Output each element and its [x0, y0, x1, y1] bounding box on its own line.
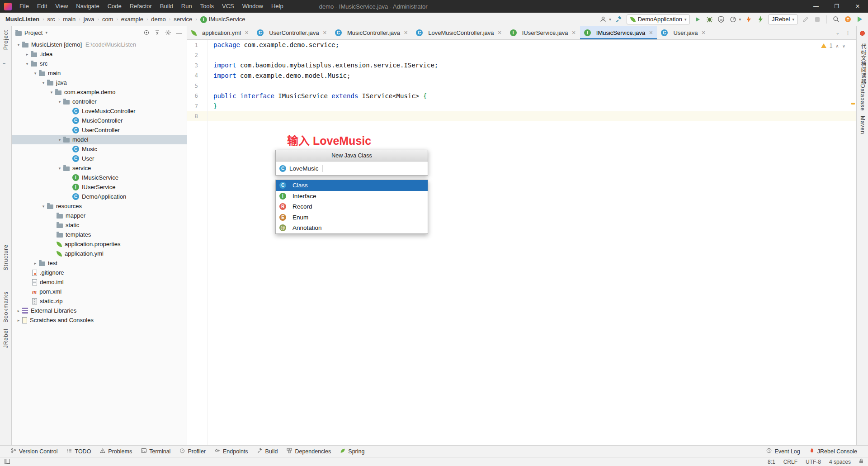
chevron-expanded-icon[interactable]: ▾ — [56, 166, 63, 171]
breadcrumb-item[interactable]: service — [173, 16, 193, 23]
prev-warning-icon[interactable]: ∧ — [835, 43, 839, 48]
tree-item[interactable]: application.yml — [12, 249, 187, 258]
write-access-lock-icon[interactable] — [859, 458, 863, 465]
tree-item[interactable]: demo.iml — [12, 277, 187, 287]
tree-item[interactable]: ▸.idea — [12, 49, 187, 59]
breadcrumb-item[interactable]: demo — [150, 16, 167, 23]
stripe-tab[interactable]: Database — [859, 84, 866, 111]
stripe-tab-project[interactable]: Project — [3, 30, 9, 50]
menu-navigate[interactable]: Navigate — [72, 0, 103, 13]
tree-item[interactable]: templates — [12, 230, 187, 239]
tree-item[interactable]: CUserController — [12, 125, 187, 135]
project-view-dropdown-icon[interactable]: ▾ — [45, 30, 47, 35]
class-kind-option-annotation[interactable]: @Annotation — [276, 223, 428, 233]
tree-item[interactable]: CMusicController — [12, 116, 187, 125]
stripe-tab[interactable]: 代码文档阅读器 — [859, 43, 867, 85]
settings-gear-icon[interactable] — [164, 29, 172, 37]
chevron-expanded-icon[interactable]: ▾ — [15, 43, 22, 47]
menu-help[interactable]: Help — [267, 0, 288, 13]
user-icon[interactable] — [599, 15, 607, 24]
tree-item[interactable]: ▾main — [12, 68, 187, 78]
warning-stripe-mark[interactable] — [851, 103, 855, 105]
editor-tab[interactable]: CUser.java✕ — [657, 26, 709, 39]
chevron-expanded-icon[interactable]: ▾ — [40, 204, 47, 209]
tree-item[interactable]: CDemoApplication — [12, 192, 187, 201]
code-line[interactable]: 6public interface IMusicService extends … — [187, 91, 856, 101]
breadcrumb-item[interactable]: java — [83, 16, 95, 23]
chevron-expanded-icon[interactable]: ▾ — [56, 100, 63, 104]
tab-close-icon[interactable]: ✕ — [404, 30, 408, 36]
menu-code[interactable]: Code — [104, 0, 126, 13]
class-name-input[interactable]: C LoveMusic — [276, 162, 428, 175]
user-dropdown-arrow[interactable]: ▾ — [609, 17, 611, 22]
tab-close-icon[interactable]: ✕ — [497, 30, 501, 36]
toolwindow-button-terminal[interactable]: Terminal — [137, 446, 175, 457]
code-line[interactable]: 5 — [187, 81, 856, 91]
toolwindow-button-spring[interactable]: Spring — [335, 446, 369, 457]
minimize-button[interactable]: — — [806, 0, 826, 13]
toolwindow-button-todo[interactable]: TODO — [62, 446, 95, 457]
editor-tab[interactable]: CLoveMusicController.java✕ — [412, 26, 505, 39]
breadcrumb-item[interactable]: IIMusicService — [199, 16, 246, 23]
class-kind-option-record[interactable]: RRecord — [276, 201, 428, 212]
toolwindow-button-event-log[interactable]: Event Log — [762, 448, 804, 455]
toolwindow-button-profiler[interactable]: Profiler — [175, 446, 210, 457]
breadcrumb-item[interactable]: example — [120, 16, 144, 23]
tree-item[interactable]: ▸External Libraries — [12, 306, 187, 315]
tree-item[interactable]: ▾resources — [12, 201, 187, 211]
menu-view[interactable]: View — [51, 0, 72, 13]
next-warning-icon[interactable]: ∨ — [842, 43, 845, 48]
run-button[interactable] — [693, 15, 702, 24]
tree-item[interactable]: ▾MusicListen [demo]E:\code\MusicListen — [12, 40, 187, 49]
editor-tab[interactable]: CMusicController.java✕ — [331, 26, 412, 39]
profiler-dropdown-arrow[interactable]: ▾ — [739, 17, 741, 22]
jrebel-debug-button[interactable] — [756, 15, 764, 24]
toolwindow-button-jrebel-console[interactable]: JRebel Console — [805, 448, 862, 455]
collapse-all-icon[interactable] — [153, 29, 161, 37]
tree-item[interactable]: IIMusicService — [12, 173, 187, 182]
tree-item[interactable]: ▾model — [12, 135, 187, 144]
tree-item[interactable]: CMusic — [12, 144, 187, 154]
menu-build[interactable]: Build — [156, 0, 177, 13]
project-panel-title[interactable]: Project — [24, 29, 42, 36]
tab-close-icon[interactable]: ✕ — [572, 30, 576, 36]
tree-item[interactable]: ▾src — [12, 59, 187, 68]
toolwindow-button-build[interactable]: Build — [253, 446, 283, 457]
breadcrumb-item[interactable]: src — [46, 16, 56, 23]
breadcrumb-item[interactable]: MusicListen — [5, 16, 40, 23]
close-button[interactable]: ✕ — [847, 0, 868, 13]
tab-options-icon[interactable]: ⋮ — [845, 29, 851, 36]
chevron-collapsed-icon[interactable]: ▸ — [24, 52, 31, 57]
ide-update-icon[interactable] — [844, 15, 852, 24]
toolwindow-button-dependencies[interactable]: Dependencies — [282, 446, 335, 457]
code-line[interactable]: 2 — [187, 50, 856, 61]
tree-item[interactable]: CLoveMusicController — [12, 106, 187, 116]
editor-tab[interactable]: application.yml✕ — [187, 26, 253, 39]
tree-item[interactable]: mapper — [12, 211, 187, 220]
run-configuration-select[interactable]: DemoApplication ▾ — [627, 14, 690, 24]
chevron-expanded-icon[interactable]: ▾ — [32, 71, 39, 76]
coverage-button[interactable] — [717, 15, 725, 24]
chevron-collapsed-icon[interactable]: ▸ — [32, 261, 39, 266]
breadcrumb-item[interactable]: main — [62, 16, 76, 23]
code-editor[interactable]: 1package com.example.demo.service;23impo… — [187, 40, 856, 445]
editor-tab[interactable]: IIUserService.java✕ — [506, 26, 580, 39]
menu-file[interactable]: File — [15, 0, 33, 13]
hidden-tabs-chevron-icon[interactable]: ⌄ — [836, 30, 840, 35]
class-kind-option-class[interactable]: CClass — [276, 180, 428, 191]
status-widget[interactable]: 4 spaces — [829, 459, 851, 465]
breadcrumb-item[interactable]: com — [101, 16, 114, 23]
code-line[interactable]: 3import com.baomidou.mybatisplus.extensi… — [187, 60, 856, 71]
maximize-button[interactable]: ❐ — [826, 0, 847, 13]
chevron-expanded-icon[interactable]: ▾ — [56, 138, 63, 142]
notification-icon[interactable] — [860, 31, 865, 36]
class-kind-option-enum[interactable]: EEnum — [276, 212, 428, 223]
chevron-collapsed-icon[interactable]: ▸ — [15, 318, 22, 323]
inspections-widget[interactable]: 1 ∧ ∨ — [821, 43, 845, 49]
editor-tab[interactable]: IIMusicService.java✕ — [580, 26, 657, 39]
code-line[interactable]: 1package com.example.demo.service; — [187, 40, 856, 50]
tree-item[interactable]: .gitignore — [12, 268, 187, 277]
run-anything-icon[interactable] — [855, 15, 863, 24]
tree-item[interactable]: IIUserService — [12, 182, 187, 192]
toolwindow-switcher-icon[interactable] — [5, 459, 10, 465]
